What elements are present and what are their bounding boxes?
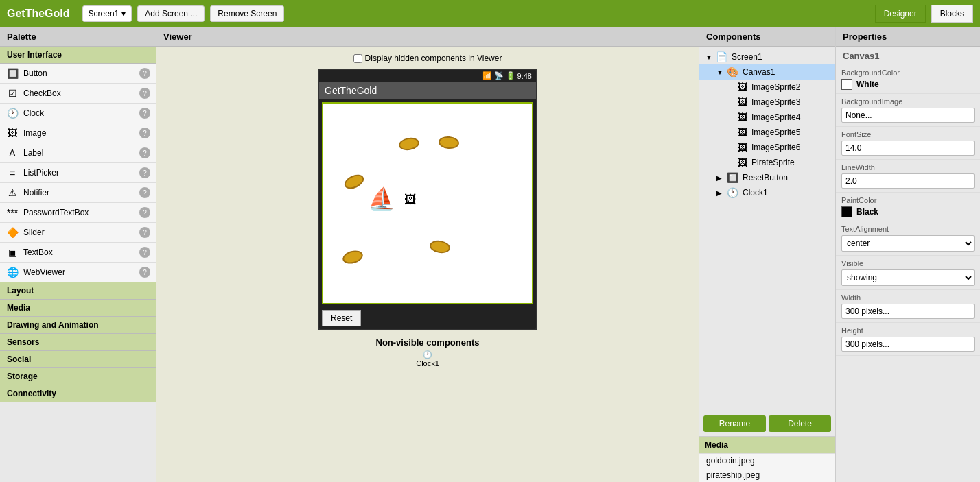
section-user-interface[interactable]: User Interface bbox=[0, 47, 156, 64]
clock-icon: 🕐 bbox=[5, 106, 19, 120]
section-layout[interactable]: Layout bbox=[0, 282, 156, 300]
add-screen-button[interactable]: Add Screen ... bbox=[137, 5, 205, 22]
help-icon[interactable]: ? bbox=[139, 227, 150, 238]
tree-toggle-screen1[interactable]: ▼ bbox=[705, 53, 714, 61]
palette-label: PasswordTextBox bbox=[23, 208, 139, 217]
coin-5 bbox=[429, 239, 452, 255]
help-icon[interactable]: ? bbox=[139, 88, 150, 99]
topbar: GetTheGold Screen1 ▾ Add Screen ... Remo… bbox=[0, 0, 980, 27]
prop-input-fontsize[interactable] bbox=[841, 141, 975, 156]
reset-button[interactable]: Reset bbox=[322, 310, 361, 326]
prop-select-visible[interactable]: showinghidden bbox=[841, 269, 975, 286]
display-hidden-checkbox[interactable] bbox=[353, 54, 362, 63]
palette-item-clock[interactable]: 🕐 Clock ? bbox=[0, 104, 156, 123]
remove-screen-button[interactable]: Remove Screen bbox=[210, 5, 284, 22]
tree-item-imagesprite2[interactable]: 🖼ImageSprite2 bbox=[699, 80, 835, 95]
palette-item-webviewer[interactable]: 🌐 WebViewer ? bbox=[0, 263, 156, 282]
color-box-paintcolor[interactable] bbox=[841, 206, 852, 217]
tree-label: Canvas1 bbox=[743, 67, 775, 77]
viewer-title: Viewer bbox=[156, 27, 699, 47]
status-time: 9:48 bbox=[517, 72, 532, 80]
app-title: GetTheGold bbox=[7, 8, 70, 20]
section-social[interactable]: Social bbox=[0, 351, 156, 368]
delete-button[interactable]: Delete bbox=[769, 415, 831, 432]
prop-input-linewidth[interactable] bbox=[841, 173, 975, 189]
palette-label: ListPicker bbox=[23, 168, 139, 178]
tree-label: ResetButton bbox=[743, 173, 788, 182]
coin-4 bbox=[341, 248, 364, 265]
help-icon[interactable]: ? bbox=[139, 68, 150, 79]
help-icon[interactable]: ? bbox=[139, 187, 150, 198]
palette-item-listpicker[interactable]: ≡ ListPicker ? bbox=[0, 163, 156, 183]
wifi-icon: 📶 bbox=[482, 71, 492, 80]
tree-item-screen1[interactable]: ▼📄Screen1 bbox=[699, 49, 835, 64]
prop-label-backgroundcolor: BackgroundColor bbox=[841, 69, 975, 77]
tree-item-imagesprite6[interactable]: 🖼ImageSprite6 bbox=[699, 140, 835, 155]
prop-label-fontsize: FontSize bbox=[841, 130, 975, 138]
palette-label: Clock bbox=[23, 108, 139, 118]
palette-item-label[interactable]: A Label ? bbox=[0, 143, 156, 163]
designer-button[interactable]: Designer bbox=[875, 5, 926, 23]
palette-label: TextBox bbox=[23, 248, 139, 257]
prop-input-backgroundimage[interactable] bbox=[841, 108, 975, 123]
palette-item-button[interactable]: 🔲 Button ? bbox=[0, 64, 156, 84]
prop-label-textalignment: TextAlignment bbox=[841, 225, 975, 233]
tree-item-resetbutton[interactable]: ▶🔲ResetButton bbox=[699, 170, 835, 185]
help-icon[interactable]: ? bbox=[139, 108, 150, 119]
prop-select-textalignment[interactable]: leftcenterright bbox=[841, 235, 975, 252]
tree-item-piratesprite[interactable]: 🖼PirateSprite bbox=[699, 155, 835, 170]
tree-toggle-clock1[interactable]: ▶ bbox=[716, 189, 725, 197]
color-text-paintcolor: Black bbox=[856, 207, 878, 217]
viewer-panel: Viewer Display hidden components in View… bbox=[156, 27, 699, 482]
palette-item-passwordtextbox[interactable]: *** PasswordTextBox ? bbox=[0, 203, 156, 223]
tree-toggle-resetbutton[interactable]: ▶ bbox=[716, 174, 725, 182]
tree-toggle-canvas1[interactable]: ▼ bbox=[716, 69, 725, 76]
prop-label-linewidth: LineWidth bbox=[841, 163, 975, 171]
help-icon[interactable]: ? bbox=[139, 167, 150, 178]
palette-label: Slider bbox=[23, 228, 139, 237]
palette-label: Notifier bbox=[23, 188, 139, 197]
screen-dropdown[interactable]: Screen1 ▾ bbox=[82, 5, 132, 22]
non-visible-items: 🕐 Clock1 bbox=[416, 350, 439, 367]
tree-item-clock1[interactable]: ▶🕐Clock1 bbox=[699, 185, 835, 200]
tree-item-imagesprite4[interactable]: 🖼ImageSprite4 bbox=[699, 110, 835, 125]
components-panel: Components ▼📄Screen1▼🎨Canvas1🖼ImageSprit… bbox=[699, 27, 836, 482]
color-box-backgroundcolor[interactable] bbox=[841, 79, 852, 90]
tree-item-canvas1[interactable]: ▼🎨Canvas1 bbox=[699, 64, 835, 80]
tree-item-imagesprite3[interactable]: 🖼ImageSprite3 bbox=[699, 95, 835, 110]
palette-item-image[interactable]: 🖼 Image ? bbox=[0, 123, 156, 143]
display-hidden-label: Display hidden components in Viewer bbox=[365, 53, 502, 63]
component-tree: ▼📄Screen1▼🎨Canvas1🖼ImageSprite2🖼ImageSpr… bbox=[699, 47, 835, 411]
help-icon[interactable]: ? bbox=[139, 147, 150, 158]
slider-icon: 🔶 bbox=[5, 226, 19, 239]
prop-rows: BackgroundColor White BackgroundImageFon… bbox=[836, 65, 980, 356]
label-icon: A bbox=[5, 146, 19, 160]
palette-item-slider[interactable]: 🔶 Slider ? bbox=[0, 223, 156, 243]
section-sensors[interactable]: Sensors bbox=[0, 334, 156, 351]
chevron-down-icon: ▾ bbox=[121, 9, 126, 19]
help-icon[interactable]: ? bbox=[139, 247, 150, 258]
palette-label: Button bbox=[23, 69, 139, 78]
rename-button[interactable]: Rename bbox=[703, 415, 766, 432]
components-title: Components bbox=[699, 27, 835, 47]
help-icon[interactable]: ? bbox=[139, 207, 150, 218]
prop-input-height[interactable] bbox=[841, 337, 975, 352]
prop-input-width[interactable] bbox=[841, 304, 975, 319]
tree-item-imagesprite5[interactable]: 🖼ImageSprite5 bbox=[699, 125, 835, 140]
section-storage[interactable]: Storage bbox=[0, 368, 156, 385]
section-drawing[interactable]: Drawing and Animation bbox=[0, 317, 156, 334]
palette-item-textbox[interactable]: ▣ TextBox ? bbox=[0, 243, 156, 263]
section-media[interactable]: Media bbox=[0, 300, 156, 317]
button-icon: 🔲 bbox=[5, 67, 19, 80]
palette-label: CheckBox bbox=[23, 88, 139, 98]
phone-canvas[interactable]: ⛵ 🖼 bbox=[322, 102, 533, 304]
help-icon[interactable]: ? bbox=[139, 128, 150, 138]
properties-panel: Properties Canvas1 BackgroundColor White… bbox=[836, 27, 980, 482]
palette-item-notifier[interactable]: ⚠ Notifier ? bbox=[0, 183, 156, 203]
prop-backgroundcolor: BackgroundColor White bbox=[836, 65, 980, 94]
help-icon[interactable]: ? bbox=[139, 267, 150, 278]
blocks-button[interactable]: Blocks bbox=[931, 5, 973, 23]
palette-item-checkbox[interactable]: ☑ CheckBox ? bbox=[0, 84, 156, 104]
palette-panel: Palette User Interface 🔲 Button ?☑ Check… bbox=[0, 27, 156, 482]
section-connectivity[interactable]: Connectivity bbox=[0, 385, 156, 402]
